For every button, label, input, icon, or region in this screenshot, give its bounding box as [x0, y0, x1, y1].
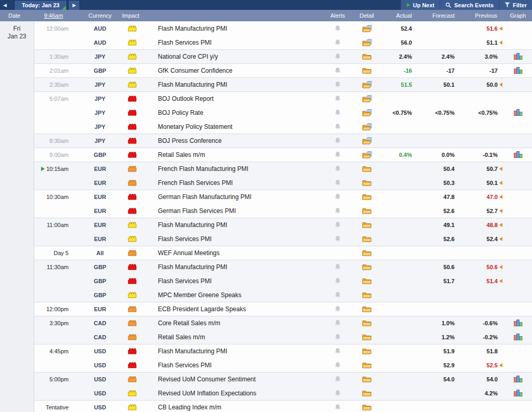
detail-cell[interactable] — [348, 348, 385, 354]
graph-cell[interactable] — [504, 207, 532, 214]
bell-icon[interactable] — [335, 53, 341, 60]
revision-marker-icon[interactable] — [499, 26, 502, 31]
closed-folder-icon[interactable] — [362, 67, 371, 74]
graph-icon[interactable] — [514, 109, 523, 116]
closed-folder-icon[interactable] — [362, 249, 371, 256]
detail-cell[interactable] — [348, 263, 385, 270]
detail-cell[interactable] — [348, 193, 385, 200]
alert-cell[interactable] — [327, 362, 348, 368]
revision-marker-icon[interactable] — [499, 181, 502, 185]
bell-icon[interactable] — [335, 193, 341, 200]
revision-marker-icon[interactable] — [499, 167, 502, 171]
graph-cell[interactable] — [504, 109, 532, 116]
alert-cell[interactable] — [327, 320, 348, 326]
alert-cell[interactable] — [327, 165, 348, 172]
graph-cell[interactable] — [504, 235, 532, 242]
closed-folder-icon[interactable] — [362, 334, 371, 340]
alert-cell[interactable] — [327, 305, 348, 312]
graph-cell[interactable] — [504, 137, 532, 144]
closed-folder-icon[interactable] — [362, 53, 371, 60]
closed-folder-icon[interactable] — [362, 179, 371, 186]
graph-cell[interactable] — [504, 320, 532, 326]
filter-button[interactable]: Filter — [499, 0, 532, 10]
graph-cell[interactable] — [504, 67, 532, 74]
alert-cell[interactable] — [327, 193, 348, 200]
bell-icon[interactable] — [335, 235, 341, 242]
graph-icon[interactable] — [514, 320, 523, 326]
alert-cell[interactable] — [327, 39, 348, 46]
alert-cell[interactable] — [327, 277, 348, 284]
detail-cell[interactable] — [348, 165, 385, 172]
alert-cell[interactable] — [327, 221, 348, 228]
bell-icon[interactable] — [335, 123, 341, 130]
today-tab[interactable]: Today: Jan 23 — [14, 0, 68, 10]
bell-icon[interactable] — [335, 137, 341, 144]
alert-cell[interactable] — [327, 404, 348, 410]
open-folder-icon[interactable] — [362, 109, 372, 116]
revision-marker-icon[interactable] — [499, 195, 502, 199]
detail-cell[interactable] — [348, 25, 385, 32]
closed-folder-icon[interactable] — [362, 362, 371, 368]
closed-folder-icon[interactable] — [362, 263, 371, 270]
detail-cell[interactable] — [348, 334, 385, 340]
detail-cell[interactable] — [348, 53, 385, 60]
open-folder-icon[interactable] — [362, 81, 372, 88]
alert-cell[interactable] — [327, 235, 348, 242]
alert-cell[interactable] — [327, 376, 348, 382]
alert-cell[interactable] — [327, 109, 348, 116]
bell-icon[interactable] — [335, 67, 341, 74]
prev-day-button[interactable]: ◀ — [0, 0, 10, 10]
graph-cell[interactable] — [504, 334, 532, 340]
bell-icon[interactable] — [335, 25, 341, 32]
bell-icon[interactable] — [335, 362, 341, 368]
graph-cell[interactable] — [504, 123, 532, 130]
detail-cell[interactable] — [348, 207, 385, 214]
graph-icon[interactable] — [514, 67, 523, 74]
closed-folder-icon[interactable] — [362, 165, 371, 172]
bell-icon[interactable] — [335, 39, 341, 46]
detail-cell[interactable] — [348, 67, 385, 74]
alert-cell[interactable] — [327, 179, 348, 186]
closed-folder-icon[interactable] — [362, 235, 371, 242]
detail-cell[interactable] — [348, 235, 385, 242]
alert-cell[interactable] — [327, 95, 348, 102]
search-events-button[interactable]: Search Events — [440, 0, 499, 10]
graph-icon[interactable] — [514, 151, 523, 158]
graph-cell[interactable] — [504, 193, 532, 200]
graph-cell[interactable] — [504, 277, 532, 284]
graph-icon[interactable] — [514, 376, 523, 382]
detail-cell[interactable] — [348, 376, 385, 382]
graph-cell[interactable] — [504, 179, 532, 186]
bell-icon[interactable] — [335, 221, 341, 228]
graph-cell[interactable] — [504, 95, 532, 102]
graph-cell[interactable] — [504, 165, 532, 172]
closed-folder-icon[interactable] — [362, 404, 371, 410]
revision-marker-icon[interactable] — [499, 265, 502, 269]
detail-cell[interactable] — [348, 81, 385, 88]
detail-cell[interactable] — [348, 109, 385, 116]
closed-folder-icon[interactable] — [362, 390, 371, 396]
graph-icon[interactable] — [514, 53, 523, 60]
revision-marker-icon[interactable] — [499, 83, 502, 87]
bell-icon[interactable] — [335, 320, 341, 326]
closed-folder-icon[interactable] — [362, 348, 371, 354]
graph-cell[interactable] — [504, 390, 532, 396]
alert-cell[interactable] — [327, 334, 348, 340]
alert-cell[interactable] — [327, 53, 348, 60]
alert-cell[interactable] — [327, 123, 348, 130]
revision-marker-icon[interactable] — [499, 363, 502, 367]
alert-cell[interactable] — [327, 249, 348, 256]
closed-folder-icon[interactable] — [362, 305, 371, 312]
revision-marker-icon[interactable] — [499, 41, 502, 45]
graph-cell[interactable] — [504, 151, 532, 158]
alert-cell[interactable] — [327, 348, 348, 354]
revision-marker-icon[interactable] — [499, 223, 502, 227]
detail-cell[interactable] — [348, 123, 385, 130]
open-folder-icon[interactable] — [362, 39, 372, 46]
graph-cell[interactable] — [504, 25, 532, 32]
open-folder-icon[interactable] — [362, 123, 372, 130]
up-next-button[interactable]: Up Next — [401, 0, 440, 10]
graph-cell[interactable] — [504, 221, 532, 228]
graph-cell[interactable] — [504, 404, 532, 410]
graph-icon[interactable] — [514, 334, 523, 340]
